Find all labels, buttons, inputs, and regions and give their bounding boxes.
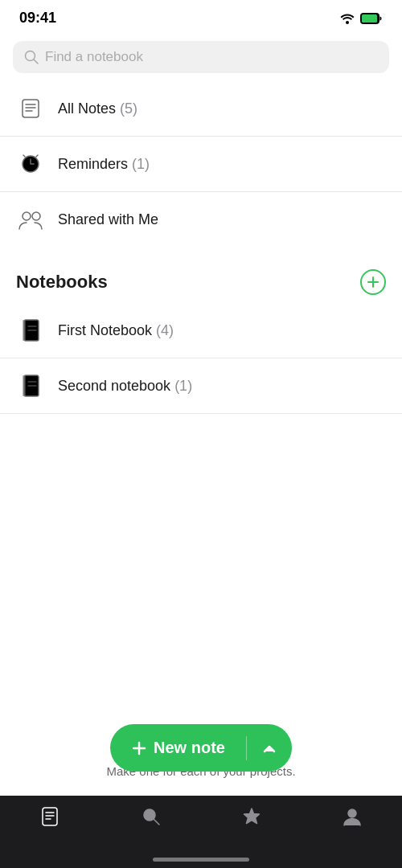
svg-rect-2 <box>362 14 377 23</box>
all-notes-count: (5) <box>120 100 137 117</box>
home-indicator <box>153 858 249 862</box>
second-notebook-label: Second notebook (1) <box>58 378 192 395</box>
notes-icon <box>16 94 45 123</box>
notebook-item-second[interactable]: Second notebook (1) <box>0 358 402 414</box>
svg-rect-5 <box>23 100 39 117</box>
svg-point-12 <box>23 212 31 220</box>
svg-rect-17 <box>23 320 26 341</box>
tab-favorites[interactable] <box>201 805 302 828</box>
svg-rect-26 <box>43 808 57 825</box>
first-notebook-label: First Notebook (4) <box>58 322 174 339</box>
shared-item[interactable]: Shared with Me <box>0 192 402 247</box>
reminders-item[interactable]: Reminders (1) <box>0 137 402 192</box>
search-tab-icon <box>140 805 162 828</box>
search-icon <box>24 50 39 64</box>
svg-line-31 <box>154 820 159 825</box>
svg-marker-32 <box>244 809 259 824</box>
tab-notes[interactable] <box>0 805 100 828</box>
notes-tab-icon <box>39 805 62 828</box>
wifi-icon <box>339 13 355 24</box>
svg-rect-21 <box>23 375 26 396</box>
tab-account[interactable] <box>302 805 402 828</box>
svg-point-13 <box>32 212 40 220</box>
main-list: All Notes (5) Reminders (1) Shared with … <box>0 81 402 247</box>
svg-line-10 <box>23 155 25 157</box>
battery-icon <box>360 13 383 24</box>
notebook-item-first[interactable]: First Notebook (4) <box>0 303 402 358</box>
notebooks-list: First Notebook (4) Second notebook (1) <box>0 303 402 414</box>
search-container: Find a notebook <box>0 33 402 81</box>
svg-line-11 <box>36 155 38 157</box>
new-note-container: New note <box>110 724 292 772</box>
plus-icon <box>131 740 147 756</box>
expand-button[interactable] <box>247 726 292 771</box>
star-tab-icon <box>240 805 263 828</box>
notebook-icon-first <box>16 316 45 345</box>
status-time: 09:41 <box>19 10 56 27</box>
notebooks-header: Notebooks <box>0 247 402 303</box>
new-note-main[interactable]: New note <box>110 724 246 772</box>
tab-bar <box>0 796 402 868</box>
svg-point-30 <box>144 809 155 821</box>
chevron-up-icon <box>261 740 277 756</box>
svg-point-33 <box>348 809 356 817</box>
shared-icon <box>16 205 45 234</box>
search-bar[interactable]: Find a notebook <box>13 41 389 73</box>
svg-point-0 <box>346 21 349 24</box>
notebook-icon-second <box>16 371 45 400</box>
tab-search[interactable] <box>100 805 201 828</box>
shared-label: Shared with Me <box>58 211 158 228</box>
svg-line-4 <box>34 59 38 63</box>
first-notebook-count: (4) <box>156 322 174 338</box>
account-tab-icon <box>341 805 363 828</box>
new-note-button[interactable]: New note <box>110 724 292 772</box>
second-notebook-count: (1) <box>174 378 192 394</box>
notebooks-title: Notebooks <box>16 272 108 293</box>
add-notebook-button[interactable] <box>360 269 386 295</box>
search-placeholder: Find a notebook <box>45 49 143 65</box>
new-note-label: New note <box>154 739 225 757</box>
reminders-icon <box>16 149 45 178</box>
status-bar: 09:41 <box>0 0 402 33</box>
all-notes-label: All Notes (5) <box>58 100 137 117</box>
reminders-label: Reminders (1) <box>58 156 150 173</box>
reminders-count: (1) <box>132 156 150 172</box>
status-icons <box>339 13 383 24</box>
all-notes-item[interactable]: All Notes (5) <box>0 81 402 137</box>
